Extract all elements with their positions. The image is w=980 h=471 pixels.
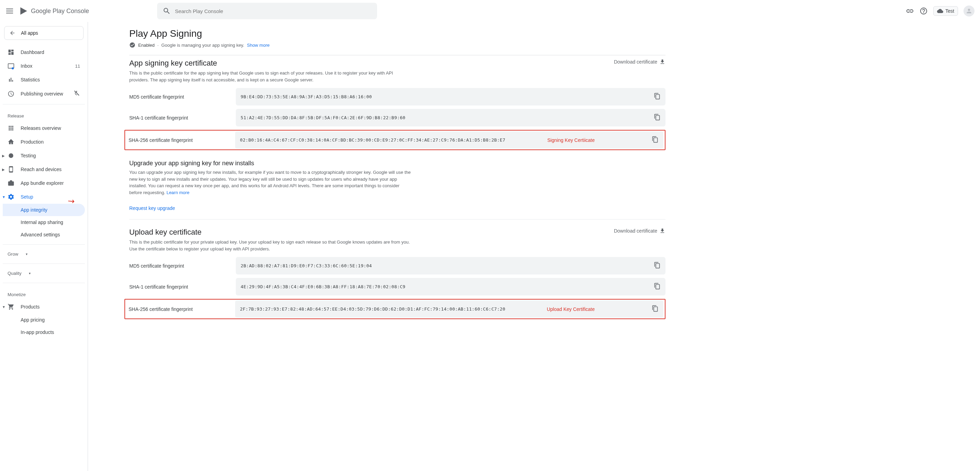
download-certificate-button[interactable]: Download certificate <box>614 59 665 65</box>
copy-button[interactable] <box>646 305 659 313</box>
sidebar-item-advanced-settings[interactable]: Advanced settings <box>3 228 85 241</box>
learn-more-link[interactable]: Learn more <box>166 190 189 195</box>
sidebar-item-app-integrity[interactable]: App integrity <box>3 204 85 216</box>
status-separator: · <box>158 43 159 48</box>
inbox-count: 11 <box>75 63 80 69</box>
sidebar-section-grow[interactable]: Grow ▾ <box>3 248 85 260</box>
chevron-right-icon: ▶ <box>2 168 5 171</box>
sidebar-item-statistics[interactable]: Statistics <box>3 73 85 87</box>
request-key-upgrade-button[interactable]: Request key upgrade <box>129 205 175 219</box>
sidebar-item-label: Internal app sharing <box>21 219 63 225</box>
releases-icon <box>8 125 14 132</box>
logo-text-bold: Google Play <box>31 8 65 14</box>
sidebar: All apps Dashboard Inbox 11 Statistics P… <box>0 22 88 471</box>
cert-label: MD5 certificate fingerprint <box>129 94 236 100</box>
sidebar-item-in-app-products[interactable]: In-app products <box>3 326 85 338</box>
sidebar-item-label: Releases overview <box>21 125 61 131</box>
statistics-icon <box>8 76 14 83</box>
reach-icon <box>8 166 14 173</box>
sidebar-item-label: Statistics <box>21 77 40 82</box>
cert-value: 2B:AD:88:02:A7:81:D9:E0:F7:C3:33:6C:60:5… <box>240 263 372 268</box>
cert-value: 2F:7B:93:27:93:E7:82:48:AD:64:57:EE:D4:0… <box>240 306 505 312</box>
cert-value: 02:B0:16:4A:C4:67:CF:C0:38:14:0A:CF:BD:B… <box>240 137 505 143</box>
sidebar-item-products[interactable]: ▼ Products <box>3 300 85 314</box>
cert-row-sha1: SHA-1 certificate fingerprint 51:A2:4E:7… <box>129 109 665 127</box>
cert-value: 9B:E4:DD:73:53:5E:A8:9A:3F:A3:D5:15:B8:A… <box>240 94 372 99</box>
cert-label: SHA-256 certificate fingerprint <box>129 137 235 143</box>
upgrade-title: Upgrade your app signing key for new ins… <box>129 160 665 167</box>
upgrade-desc: You can upgrade your app signing key for… <box>129 169 411 196</box>
download-icon <box>659 228 665 234</box>
menu-icon[interactable] <box>5 7 14 15</box>
sidebar-item-releases-overview[interactable]: Releases overview <box>3 121 85 135</box>
sidebar-item-dashboard[interactable]: Dashboard <box>3 45 85 59</box>
sidebar-item-internal-sharing[interactable]: Internal app sharing <box>3 216 85 228</box>
copy-button[interactable] <box>648 283 661 291</box>
search-box[interactable] <box>157 3 377 19</box>
cert-row-sha256-highlighted: SHA-256 certificate fingerprint 02:B0:16… <box>124 130 665 150</box>
cert-label: MD5 certificate fingerprint <box>129 263 236 269</box>
section-desc-signing: This is the public certificate for the a… <box>129 70 411 83</box>
all-apps-button[interactable]: All apps <box>4 26 84 40</box>
sidebar-item-label: Advanced settings <box>21 232 60 237</box>
search-input[interactable] <box>175 8 372 14</box>
bundle-icon <box>8 180 14 187</box>
show-more-link[interactable]: Show more <box>247 43 269 48</box>
logo-text-light: Console <box>65 8 89 14</box>
arrow-back-icon <box>9 30 16 36</box>
sidebar-item-app-bundle[interactable]: App bundle explorer <box>3 176 85 190</box>
cert-value-box: 2B:AD:88:02:A7:81:D9:E0:F7:C3:33:6C:60:5… <box>236 257 665 274</box>
section-title-signing: App signing key certificate <box>129 59 411 68</box>
sidebar-item-label: Testing <box>21 153 36 159</box>
sidebar-item-app-pricing[interactable]: App pricing <box>3 314 85 326</box>
sidebar-item-inbox[interactable]: Inbox 11 <box>3 59 85 73</box>
status-detail: Google is managing your app signing key. <box>161 43 244 48</box>
sidebar-item-testing[interactable]: ▶ Testing <box>3 149 85 162</box>
play-logo-icon <box>19 6 28 16</box>
cert-value-box: 2F:7B:93:27:93:E7:82:48:AD:64:57:EE:D4:0… <box>235 300 663 318</box>
search-icon <box>162 7 171 15</box>
cert-value: 4E:29:9D:4F:A5:3B:C4:4F:E0:6B:3B:A8:FF:1… <box>240 284 405 289</box>
chevron-down-icon: ▾ <box>26 252 27 256</box>
dashboard-icon <box>8 49 14 56</box>
section-title-upload: Upload key certificate <box>129 228 411 237</box>
chevron-down-icon: ▼ <box>2 305 5 309</box>
sidebar-item-label: In-app products <box>21 330 54 335</box>
chevron-down-icon: ▾ <box>29 271 30 275</box>
status-row: Enabled · Google is managing your app si… <box>129 42 665 55</box>
download-certificate-button[interactable]: Download certificate <box>614 228 665 234</box>
sidebar-item-label: Inbox <box>21 63 32 69</box>
sidebar-item-label: App pricing <box>21 317 45 323</box>
sidebar-item-reach[interactable]: ▶ Reach and devices <box>3 162 85 176</box>
sidebar-item-label: Publishing overview <box>21 91 63 97</box>
sidebar-item-label: App integrity <box>21 207 48 213</box>
status-enabled: Enabled <box>138 43 155 48</box>
cloud-icon <box>937 8 943 14</box>
avatar[interactable] <box>964 5 975 16</box>
page-title: Play App Signing <box>129 28 665 39</box>
download-label: Download certificate <box>614 228 657 234</box>
sidebar-section-quality[interactable]: Quality ▾ <box>3 267 85 279</box>
logo[interactable]: Google Play Console <box>19 6 89 16</box>
sidebar-item-label: App bundle explorer <box>21 180 64 186</box>
sidebar-item-publishing-overview[interactable]: Publishing overview <box>3 87 85 101</box>
sidebar-item-label: Setup <box>21 194 33 200</box>
sidebar-item-production[interactable]: Production <box>3 135 85 149</box>
production-icon <box>8 138 14 145</box>
copy-button[interactable] <box>646 136 659 144</box>
annotation-signing-key: Signing Key Certiicate <box>547 137 595 143</box>
setup-icon <box>8 193 14 200</box>
testing-icon <box>8 152 14 159</box>
person-icon <box>966 8 972 14</box>
environment-chip[interactable]: Test <box>933 6 958 16</box>
copy-button[interactable] <box>648 93 661 101</box>
link-icon[interactable] <box>906 7 914 15</box>
help-icon[interactable] <box>920 7 928 15</box>
cert-value-box: 4E:29:9D:4F:A5:3B:C4:4F:E0:6B:3B:A8:FF:1… <box>236 278 665 295</box>
copy-button[interactable] <box>648 262 661 270</box>
sidebar-section-label: Quality <box>8 271 21 276</box>
sidebar-item-label: Production <box>21 139 44 144</box>
annotation-upload-key: Upload Key Certificate <box>547 306 595 312</box>
sidebar-item-label: Dashboard <box>21 49 45 55</box>
copy-button[interactable] <box>648 114 661 122</box>
